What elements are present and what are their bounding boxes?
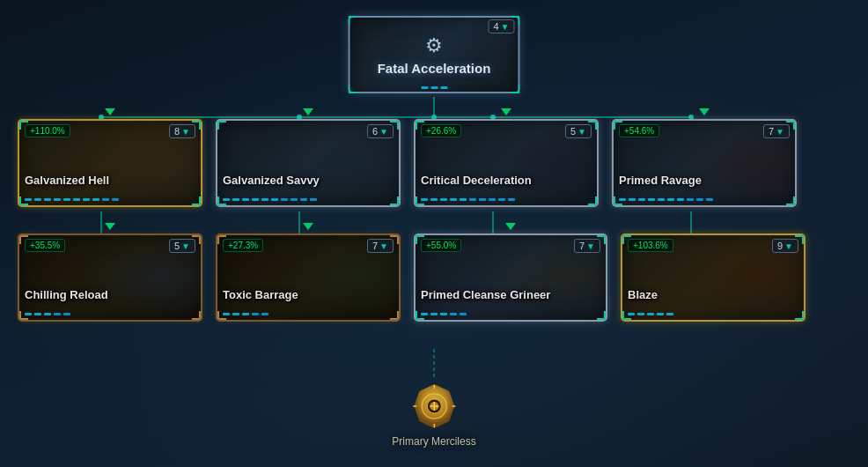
dots-blaze <box>628 313 673 315</box>
name-galvanized-savvy: Galvanized Savvy <box>223 174 394 188</box>
name-blaze: Blaze <box>628 288 798 302</box>
name-toxic-barrage: Toxic Barrage <box>223 288 394 302</box>
dots-primed-cleanse-grineer <box>421 313 467 315</box>
dots-galvanized-hell <box>25 198 119 201</box>
name-galvanized-hell: Galvanized Hell <box>25 174 195 188</box>
name-primed-ravage: Primed Ravage <box>619 174 790 188</box>
fatal-name: Fatal Acceleration <box>378 61 491 76</box>
mod-card-primed-ravage[interactable]: +54.6% 7▼ Primed Ravage <box>612 119 797 207</box>
stat-galvanized-hell: +110.0% <box>25 124 70 137</box>
stat-primed-ravage: +54.6% <box>619 124 659 137</box>
dots-toxic-barrage <box>223 313 268 315</box>
dots-galvanized-savvy <box>223 198 317 201</box>
stat-blaze: +103.6% <box>628 239 673 252</box>
fatal-icon: ⚙ <box>425 34 443 57</box>
mod-card-primed-cleanse-grineer[interactable]: +55.0% 7▼ Primed Cleanse Grineer <box>414 234 607 322</box>
fatal-acceleration-card[interactable]: ⚙ Fatal Acceleration 4▼ <box>349 16 520 93</box>
mod-card-chilling-reload[interactable]: +35.5% 5▼ Chilling Reload <box>18 234 202 322</box>
mod-card-galvanized-hell[interactable]: +110.0% 8▼ Galvanized Hell <box>18 119 202 207</box>
dots-chilling-reload <box>25 313 70 315</box>
stat-primed-cleanse-grineer: +55.0% <box>421 239 461 252</box>
dots-critical-deceleration <box>421 198 515 201</box>
stat-toxic-barrage: +27.3% <box>223 239 263 252</box>
name-primed-cleanse-grineer: Primed Cleanse Grineer <box>421 288 600 302</box>
fatal-dots <box>421 86 447 89</box>
mod-card-critical-deceleration[interactable]: +26.6% 5▼ Critical Deceleration <box>414 119 599 207</box>
mod-card-blaze[interactable]: +103.6% 9▼ Blaze <box>621 234 805 322</box>
stat-chilling-reload: +35.5% <box>25 239 65 252</box>
mod-card-galvanized-savvy[interactable]: 6▼ Galvanized Savvy <box>216 119 401 207</box>
dots-primed-ravage <box>619 198 713 201</box>
relic-icon <box>408 381 460 432</box>
primary-merciless-relic: Primary Merciless <box>392 381 475 448</box>
name-chilling-reload: Chilling Reload <box>25 288 195 302</box>
stat-critical-deceleration: +26.6% <box>421 124 461 137</box>
mod-card-toxic-barrage[interactable]: +27.3% 7▼ Toxic Barrage <box>216 234 401 322</box>
primary-merciless-label: Primary Merciless <box>392 435 475 448</box>
name-critical-deceleration: Critical Deceleration <box>421 174 592 188</box>
